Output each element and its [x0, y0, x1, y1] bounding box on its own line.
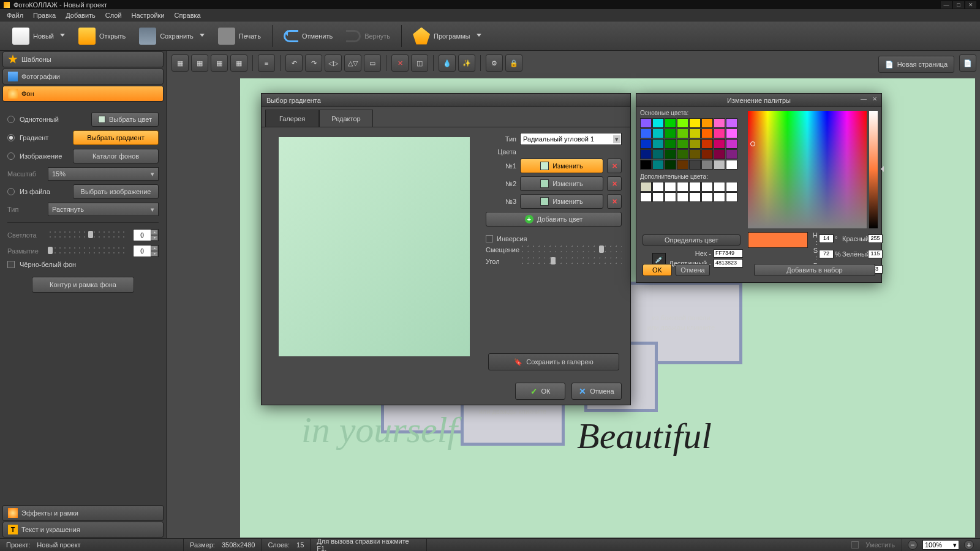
basic-swatch[interactable] — [665, 139, 676, 149]
blur-input[interactable]: ▴▾ — [133, 245, 159, 257]
radio-image[interactable] — [7, 152, 15, 160]
g-input[interactable]: 115 — [868, 250, 883, 258]
redo-button[interactable]: Вернуть — [340, 24, 396, 48]
add-to-set-button[interactable]: Добавить в набор — [754, 264, 875, 276]
gradient-type-select[interactable]: Радиальный угловой 1 — [520, 133, 622, 145]
rotate-left-button[interactable]: ↶ — [285, 54, 303, 72]
basic-swatch[interactable] — [726, 149, 737, 159]
change-color-1-button[interactable]: Изменить — [520, 159, 603, 173]
custom-swatch[interactable] — [689, 192, 701, 202]
extra-page-button[interactable]: 📄 — [959, 54, 976, 72]
basic-swatch[interactable] — [701, 139, 713, 149]
basic-swatch[interactable] — [677, 139, 688, 149]
basic-swatch[interactable] — [640, 149, 652, 159]
radio-solid[interactable] — [7, 116, 15, 123]
choose-image-button[interactable]: Выбрать изображение — [73, 184, 159, 199]
basic-swatch[interactable] — [640, 118, 652, 128]
custom-swatch[interactable] — [701, 182, 713, 192]
h-input[interactable]: 14 — [819, 234, 834, 243]
basic-swatch[interactable] — [652, 129, 664, 138]
tab-gallery[interactable]: Галерея — [265, 110, 319, 127]
arrange-forward-button[interactable]: ▦ — [191, 54, 208, 72]
basic-swatch[interactable] — [665, 149, 676, 159]
tab-photos[interactable]: Фотографии — [2, 69, 164, 84]
define-color-button[interactable]: Определить цвет — [643, 234, 741, 246]
lock-button[interactable]: 🔒 — [505, 54, 522, 72]
palette-cancel-button[interactable]: Отмена — [676, 264, 710, 276]
custom-swatch[interactable] — [677, 192, 688, 202]
stretch-select[interactable]: Растянуть — [48, 203, 159, 216]
basic-swatch[interactable] — [652, 118, 664, 128]
r-input[interactable]: 255 — [868, 234, 883, 243]
menu-settings[interactable]: Настройки — [127, 10, 169, 20]
basic-swatch[interactable] — [726, 160, 737, 170]
save-to-gallery-button[interactable]: 🔖Сохранить в галерею — [488, 353, 619, 370]
custom-swatch[interactable] — [665, 182, 676, 192]
radio-from-file[interactable] — [7, 188, 15, 195]
basic-swatch[interactable] — [652, 149, 664, 159]
print-button[interactable]: Печать — [212, 24, 267, 48]
tab-background[interactable]: Фон — [2, 86, 164, 102]
custom-swatch[interactable] — [652, 192, 664, 202]
new-page-button[interactable]: 📄Новая страница — [878, 56, 954, 73]
custom-swatch[interactable] — [640, 182, 652, 192]
hue-saturation-field[interactable] — [748, 111, 867, 228]
basic-swatch[interactable] — [689, 118, 701, 128]
basic-swatch[interactable] — [726, 139, 737, 149]
tab-text[interactable]: TТекст и украшения — [2, 522, 164, 538]
change-color-3-button[interactable]: Изменить — [520, 194, 603, 209]
basic-swatch[interactable] — [701, 149, 713, 159]
custom-swatch[interactable] — [640, 192, 652, 202]
basic-swatch[interactable] — [677, 149, 688, 159]
custom-swatch[interactable] — [714, 182, 725, 192]
custom-swatch[interactable] — [652, 182, 664, 192]
choose-gradient-button[interactable]: Выбрать градиент — [73, 130, 159, 145]
basic-swatch[interactable] — [652, 139, 664, 149]
value-pointer[interactable] — [878, 166, 884, 172]
open-button[interactable]: Открыть — [72, 24, 132, 48]
zoom-in-button[interactable]: + — [964, 540, 974, 550]
blur-slider[interactable] — [48, 247, 128, 255]
angle-slider[interactable] — [520, 257, 622, 266]
custom-swatch[interactable] — [677, 182, 688, 192]
flip-h-button[interactable]: ◁▷ — [325, 54, 342, 72]
menu-help[interactable]: Справка — [170, 10, 205, 20]
basic-swatch[interactable] — [677, 160, 688, 170]
custom-swatch[interactable] — [726, 182, 737, 192]
zoom-select[interactable]: 100%▾ — [922, 540, 959, 550]
frame-button[interactable]: Контур и рамка фона — [32, 277, 134, 293]
menu-layer[interactable]: Слой — [101, 10, 126, 20]
custom-swatch[interactable] — [701, 192, 713, 202]
basic-swatch[interactable] — [689, 139, 701, 149]
save-button[interactable]: Сохранить — [133, 24, 211, 48]
basic-swatch[interactable] — [726, 129, 737, 138]
zoom-out-button[interactable]: − — [908, 540, 918, 550]
custom-swatch[interactable] — [726, 192, 737, 202]
palette-ok-button[interactable]: OK — [643, 264, 672, 276]
brightness-input[interactable]: ▴▾ — [133, 229, 159, 241]
basic-swatch[interactable] — [714, 160, 725, 170]
basic-swatch[interactable] — [701, 160, 713, 170]
color-cursor[interactable] — [750, 141, 755, 146]
palette-close-button[interactable]: ✕ — [870, 96, 879, 104]
arrange-back-button[interactable]: ▦ — [230, 54, 247, 72]
basic-swatch[interactable] — [689, 149, 701, 159]
s-input[interactable]: 72 — [819, 250, 834, 258]
basic-swatch[interactable] — [689, 160, 701, 170]
bw-checkbox[interactable] — [7, 261, 15, 268]
palette-minimize-button[interactable]: — — [859, 96, 868, 104]
bg-catalog-button[interactable]: Каталог фонов — [73, 149, 159, 163]
tab-templates[interactable]: Шаблоны — [2, 51, 164, 67]
basic-swatch[interactable] — [701, 129, 713, 138]
menu-file[interactable]: Файл — [2, 10, 28, 20]
basic-swatch[interactable] — [714, 129, 725, 138]
basic-swatch[interactable] — [665, 160, 676, 170]
tab-editor[interactable]: Редактор — [319, 110, 373, 127]
drop-button[interactable]: 💧 — [439, 54, 456, 72]
invert-checkbox[interactable] — [486, 235, 493, 242]
arrange-front-button[interactable]: ▦ — [172, 54, 189, 72]
basic-swatch[interactable] — [714, 139, 725, 149]
arrange-backward-button[interactable]: ▦ — [211, 54, 228, 72]
remove-color-1-button[interactable]: ✕ — [607, 159, 622, 173]
choose-color-button[interactable]: Выбрать цвет — [91, 112, 159, 127]
